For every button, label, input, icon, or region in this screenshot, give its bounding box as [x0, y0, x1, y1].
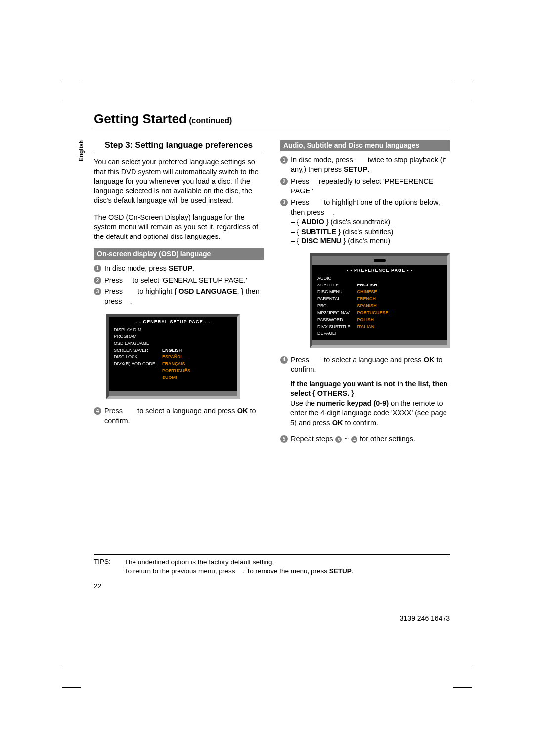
crop-mark-tl	[62, 82, 81, 101]
osd-box-left-list: DISPLAY DIM PROGRAM OSD LANGUAGE SCREEN …	[109, 327, 159, 391]
pref-box-head: - - PREFERENCE PAGE - -	[312, 265, 447, 275]
asd-s1-a: In disc mode, press	[291, 156, 355, 164]
osd-s4-b: to select a language and press	[135, 407, 237, 415]
osd-step-2: 2 Press to select 'GENERAL SETUP PAGE.'	[94, 276, 264, 285]
asd-s2-b: repeatedly to select 'PREFERENCE PAGE.'	[291, 177, 434, 195]
step-heading: Step 3: Setting language preferences	[94, 140, 264, 153]
intro-para-1: You can select your preferred language s…	[94, 157, 264, 206]
inline-bullet-3-icon: 3	[335, 436, 342, 443]
pref-box-left-list: AUDIO SUBTITLE DISC MENU PARENTAL PBC MP…	[312, 275, 355, 340]
asd-step-3: 3 Press to highlight one of the options …	[280, 198, 450, 246]
crop-mark-tr	[453, 82, 472, 101]
bullet-r2-icon: 2	[280, 178, 288, 185]
asd-s4-b: to select a language and press	[322, 356, 424, 364]
tips-2b: . To remove the menu, press	[243, 567, 329, 575]
osd-s3-b: to highlight {	[135, 287, 178, 295]
bullet-r3-icon: 3	[280, 199, 288, 206]
osd-heading-bar: On-screen display (OSD) language	[94, 248, 264, 260]
asd-step-5: 5 Repeat steps 3 ~ 4 for other settings.	[280, 434, 450, 444]
tips-body: The underlined option is the factory def…	[125, 558, 354, 576]
tips-label: TIPS:	[94, 558, 111, 576]
opt1-c: } (disc's soundtrack)	[324, 218, 390, 226]
asd-s5-c: for other settings.	[358, 435, 415, 443]
opt2-b: SUBTITLE	[301, 228, 336, 236]
tips-2c: SETUP	[329, 567, 352, 575]
note-f: to confirm.	[343, 419, 378, 426]
crop-mark-br	[453, 668, 472, 688]
tips-1c: is the factory default setting.	[189, 558, 274, 566]
asd-s4-c: OK	[424, 356, 435, 364]
asd-s3-a: Press	[291, 198, 311, 206]
page-content: English Getting Started (continued) Step…	[94, 111, 450, 590]
pref-box-foot	[312, 340, 447, 345]
opt1-a: – {	[291, 218, 301, 226]
opt3-c: } (disc's menu)	[341, 237, 390, 245]
crop-mark-bl	[62, 668, 81, 688]
osd-preference-box: - - PREFERENCE PAGE - - AUDIO SUBTITLE D…	[310, 253, 450, 348]
part-number: 3139 246 16473	[400, 614, 450, 622]
asd-step-1: 1 In disc mode, press twice to stop play…	[280, 155, 450, 175]
asd-heading-bar: Audio, Subtitle and Disc menu languages	[280, 140, 450, 151]
page-title-cont: (continued)	[189, 116, 232, 125]
tips-1a: The	[125, 558, 138, 566]
osd-s1-b: SETUP	[169, 264, 192, 272]
osd-s3-c: OSD LANGUAGE	[178, 287, 237, 295]
opt3-a: – {	[291, 237, 301, 245]
osd-s3-e: .	[130, 297, 132, 305]
bullet-r5-icon: 5	[280, 435, 288, 443]
pref-box-right-list: ENGLISH CHINESE FRENCH SPANISH PORTUGUES…	[355, 275, 392, 340]
bullet-1-icon: 1	[94, 265, 101, 272]
inline-bullet-4-icon: 4	[351, 436, 357, 443]
intro-para-2: The OSD (On-Screen Display) language for…	[94, 213, 264, 242]
osd-step-3: 3 Press to highlight { OSD LANGUAGE, } t…	[94, 287, 264, 306]
asd-s3-b: to highlight one of the options below, t…	[291, 198, 440, 216]
bullet-r1-icon: 1	[280, 156, 288, 164]
osd-s4-a: Press	[104, 407, 125, 415]
osd-general-setup-box: - - GENERAL SETUP PAGE - - DISPLAY DIM P…	[106, 314, 240, 400]
tips-2d: .	[352, 567, 354, 575]
asd-s2-a: Press	[291, 177, 311, 185]
note-c: numeric keypad (0-9)	[317, 399, 389, 407]
others-note: If the language you want is not in the l…	[290, 379, 450, 428]
note-b: Use the	[290, 399, 317, 407]
osd-step-4: 4 Press to select a language and press O…	[94, 406, 264, 425]
note-e: OK	[332, 419, 343, 426]
asd-step-2: 2 Press repeatedly to select 'PREFERENCE…	[280, 177, 450, 196]
asd-s1-c: SETUP	[344, 165, 367, 173]
asd-s5-a: Repeat steps	[291, 435, 335, 443]
right-column: Audio, Subtitle and Disc menu languages …	[280, 140, 450, 446]
bullet-4-icon: 4	[94, 407, 101, 415]
tips-1b: underlined option	[138, 558, 189, 566]
osd-s4-c: OK	[237, 407, 248, 415]
asd-s3-c: .	[332, 208, 334, 216]
osd-s2-a: Press	[104, 276, 125, 284]
bullet-r4-icon: 4	[280, 356, 288, 364]
osd-step-1: 1 In disc mode, press SETUP.	[94, 264, 264, 274]
page-title-row: Getting Started (continued)	[94, 111, 450, 129]
osd-s2-b: to select 'GENERAL SETUP PAGE.'	[131, 276, 247, 284]
osd-box-head: - - GENERAL SETUP PAGE - -	[109, 317, 237, 327]
left-column: Step 3: Setting language preferences You…	[94, 140, 264, 446]
opt3-b: DISC MENU	[301, 237, 341, 245]
osd-box-foot	[109, 391, 237, 396]
tips-row: TIPS: The underlined option is the facto…	[94, 555, 450, 576]
opt2-c: } (disc's subtitles)	[336, 228, 394, 236]
bullet-2-icon: 2	[94, 277, 101, 284]
osd-box-right-list: ENGLISH ESPAÑOL FRANÇAIS PORTUGUÊS SUOMI	[159, 327, 193, 391]
asd-s1-d: .	[367, 165, 369, 173]
opt1-b: AUDIO	[301, 218, 324, 226]
bullet-3-icon: 3	[94, 288, 101, 295]
opt2-a: – {	[291, 228, 301, 236]
osd-s1-c: .	[192, 264, 194, 272]
osd-s1-a: In disc mode, press	[104, 264, 169, 272]
asd-s4-a: Press	[291, 356, 311, 364]
note-a: If the language you want is not in the l…	[290, 380, 447, 398]
pref-box-top	[312, 256, 447, 265]
pill-icon	[374, 259, 386, 262]
page-number: 22	[94, 582, 450, 590]
asd-s5-b: ~	[342, 435, 351, 443]
osd-s3-a: Press	[104, 287, 125, 295]
language-tab: English	[78, 140, 85, 161]
page-title: Getting Started	[94, 111, 187, 126]
asd-step-4: 4 Press to select a language and press O…	[280, 355, 450, 375]
